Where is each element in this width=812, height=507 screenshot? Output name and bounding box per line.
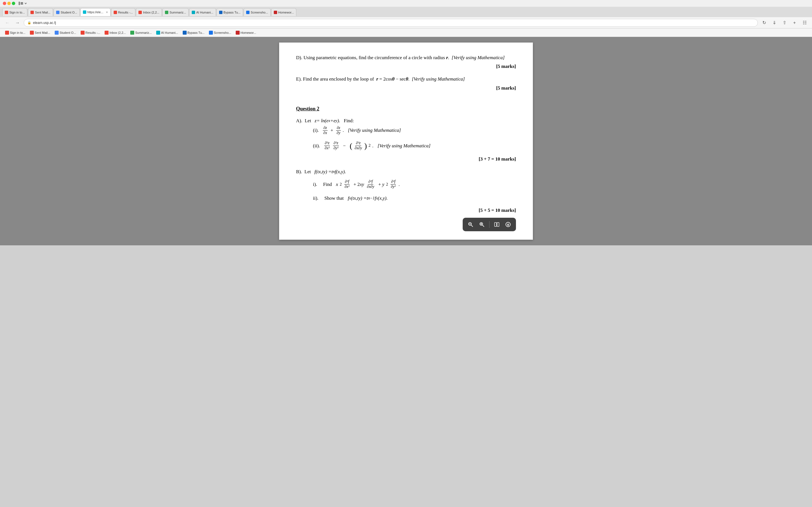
reload-button[interactable]: ↻ [760,19,768,27]
part-d-body: Using parametric equations, find the cir… [303,55,504,60]
tab-summarize[interactable]: Summariz... [162,8,189,16]
download-button[interactable]: ⇓ [770,19,778,27]
part-d-verify: [Verify using Mathematica] [452,55,505,60]
part-a-equation: z = ln(ex + ey). [315,117,340,124]
floating-toolbar [463,218,516,231]
part-e-marks: [5 marks] [296,84,516,92]
plus-sign: + [329,126,335,134]
part-e-verify: [Verify using Mathematica] [412,76,465,82]
part-a-i-line: (i). ∂z ∂x + ∂z ∂y . [Verify using Mathe… [313,126,516,135]
part-b-sub-i: i). Find x2 ∂²f ∂x² + 2xy ∂²f ∂x∂y + y2 [313,179,516,189]
tab-label: Sign in to... [9,11,25,14]
tab-label: Summariz... [169,11,186,14]
plus-2xy: + 2xy [352,180,364,188]
bookmark-inbox[interactable]: Inbox (2,2... [103,30,128,35]
tab-inbox[interactable]: Inbox (2,2... [136,8,162,16]
close-paren: ) [364,142,367,150]
bookmark-bypass[interactable]: Bypass Tu... [181,30,206,35]
document: D). Using parametric equations, find the… [279,43,533,240]
gmail-icon-2 [31,11,34,14]
bookmark-results[interactable]: Results -... [79,30,102,35]
bookmark-hw[interactable]: Homewor... [234,30,258,35]
bookmark-ai[interactable]: AI Humani... [154,30,180,35]
inbox-icon [139,11,142,14]
part-a-ii-line: (ii). ∂²z ∂x² ∂²z ∂y² − ( ∂²z [313,141,516,151]
tab-label: Bypass Tu... [223,11,241,14]
tab-screenshot[interactable]: Screensho... [244,8,271,16]
tab-homework[interactable]: Homewor... [271,8,297,16]
tab-ai[interactable]: AI Humani... [189,8,216,16]
part-e: E). Find the area enclosed by the loop o… [296,75,516,92]
bookmark-label: Summariz... [135,31,152,34]
summarize-icon [165,11,168,14]
part-b-body: Let f(tx, ty) = tnf(x, y). [305,169,346,174]
part-b: B). Let f(tx, ty) = tnf(x, y). i). Find … [296,168,516,214]
squared-exp: 2 [368,143,370,149]
sub-i-verify: [Verify using Mathematica] [348,126,401,134]
open-paren: ( [350,142,352,150]
tab-elearn[interactable]: https://ele... ✕ [80,8,110,16]
download-page-button[interactable] [503,219,513,230]
partial2-z-y2: ∂²z ∂y² [333,141,339,151]
hw-icon [274,11,277,14]
share-button[interactable]: ⇧ [780,19,788,27]
bookmark-summarize[interactable]: Summariz... [129,30,153,35]
period: . [343,126,346,134]
x-squared: x [336,180,338,188]
student-icon [56,11,59,14]
tab-bypass[interactable]: Bypass Tu... [216,8,243,16]
bm-gmail-icon [5,31,9,35]
tab-student[interactable]: Student O... [54,8,80,16]
zoom-out-button[interactable] [465,219,476,230]
maximize-button[interactable] [12,2,15,5]
partial2-f-xy: ∂²f ∂x∂y [366,179,375,189]
reader-view-button[interactable] [492,219,502,230]
bookmark-label: Results -... [86,31,100,34]
bm-results-icon [81,31,85,35]
part-b-ii-line: ii). Show that fx(tx, ty) = tn−1 fx(x, y… [313,194,516,202]
forward-button[interactable]: → [13,19,21,27]
part-a: A). Let z = ln(ex + ey). Find: (i). ∂z [296,117,516,163]
question-2-heading: Question 2 [296,105,516,113]
b-sub-i-label: i). Find [313,180,335,188]
url-text: elearn.usp.ac.fj [33,21,56,25]
sidebar-toggle[interactable] [18,2,27,5]
part-a-sub-i: (i). ∂z ∂x + ∂z ∂y . [Verify using Mathe… [313,126,516,135]
partial2-f-y2: ∂²f ∂y² [390,179,396,189]
back-button[interactable]: ← [3,19,11,27]
bookmark-student[interactable]: Student O... [53,30,78,35]
bypass-icon [219,11,222,14]
ai-icon [192,11,195,14]
results-icon [114,11,117,14]
period-b-i: . [399,180,400,188]
page-wrapper: D). Using parametric equations, find the… [0,37,812,245]
part-a-sub-ii: (ii). ∂²z ∂x² ∂²z ∂y² − ( ∂²z [313,141,516,151]
close-button[interactable] [3,2,6,5]
sidebar-button[interactable]: ☷ [801,19,809,27]
tab-signin[interactable]: Sign in to... [2,8,28,16]
new-tab-button[interactable]: + [791,19,799,27]
tab-results[interactable]: Results -... [111,8,136,16]
zoom-in-button[interactable] [477,219,487,230]
svg-line-8 [483,225,484,227]
part-d: D). Using parametric equations, find the… [296,54,516,70]
bookmark-sent[interactable]: Sent Mail... [28,30,52,35]
lock-icon: 🔒 [28,21,31,24]
tab-label: Inbox (2,2... [143,11,159,14]
svg-rect-3 [20,4,23,4]
bookmark-screenshot[interactable]: Screensho... [207,30,233,35]
url-bar[interactable]: 🔒 elearn.usp.ac.fj [24,19,758,27]
part-a-body: Let z = ln(ex + ey). Find: [305,118,354,123]
browser-window: Sign in to... Sent Mail... Student O... … [0,0,812,245]
tab-label: Student O... [61,11,77,14]
bookmark-signin[interactable]: Sign in to... [3,30,27,35]
part-d-marks: [5 marks] [296,62,516,70]
partial-z-y: ∂z ∂y [336,126,341,135]
bookmark-label: Screensho... [214,31,231,34]
tab-sent[interactable]: Sent Mail... [28,8,53,16]
window-controls [0,0,812,7]
tab-label: https://ele... [87,10,103,14]
minimize-button[interactable] [7,2,11,5]
tab-close-icon[interactable]: ✕ [106,11,108,14]
elearn-icon [83,10,86,14]
